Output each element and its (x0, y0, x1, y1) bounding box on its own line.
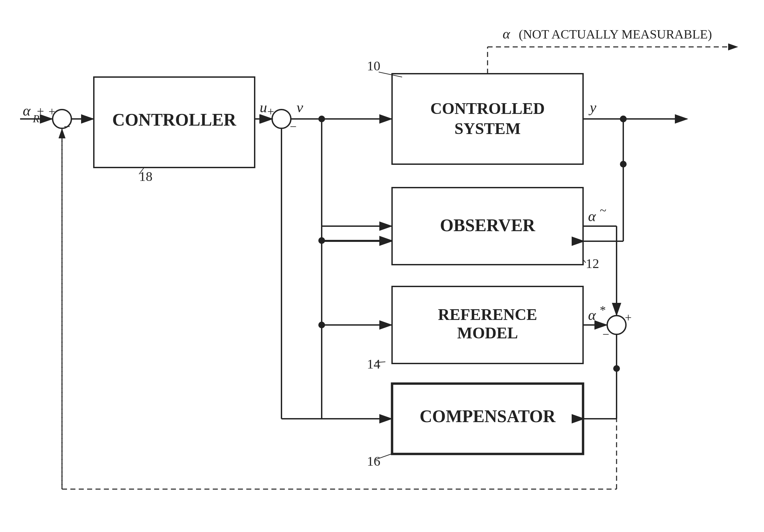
alpha-tilde-label: α (588, 208, 596, 224)
alpha-measurable-text: (NOT ACTUALLY MEASURABLE) (519, 27, 712, 42)
y-label: y (588, 99, 596, 116)
svg-text:+: + (49, 105, 55, 118)
svg-text:−: − (290, 120, 297, 133)
controlled-system-label2: SYSTEM (454, 120, 520, 137)
reference-model-label: REFERENCE (438, 306, 537, 323)
reference-model-label2: MODEL (457, 324, 518, 342)
alpha-tilde-sign: ~ (600, 204, 606, 217)
ref-14: 14 (367, 356, 380, 372)
svg-text:+: + (625, 311, 632, 324)
u-label: u (260, 99, 267, 116)
svg-text:+: + (267, 105, 274, 118)
svg-text:+: + (37, 104, 44, 118)
svg-point-24 (620, 161, 627, 168)
controlled-system-label: CONTROLLED (430, 99, 545, 117)
compensator-label: COMPENSATOR (420, 407, 556, 426)
alpha-measurable-label: α (503, 26, 510, 42)
alpha-star-sign: * (600, 304, 606, 317)
svg-text:−: − (602, 328, 609, 341)
junction-alpha-star (607, 316, 626, 334)
svg-text:−: − (64, 120, 70, 133)
observer-label: OBSERVER (440, 216, 536, 235)
ref-16: 16 (367, 454, 380, 469)
svg-point-30 (318, 322, 325, 328)
alpha-star-label: α (588, 307, 596, 323)
v-label: v (297, 99, 303, 116)
ref-10: 10 (367, 58, 380, 73)
controlled-system-block (392, 74, 583, 164)
alpha-r-label: α (23, 103, 31, 119)
svg-point-51 (620, 116, 627, 122)
controller-label: CONTROLLER (112, 110, 237, 129)
ref-12: 12 (586, 256, 599, 271)
junction-uv (272, 110, 291, 128)
